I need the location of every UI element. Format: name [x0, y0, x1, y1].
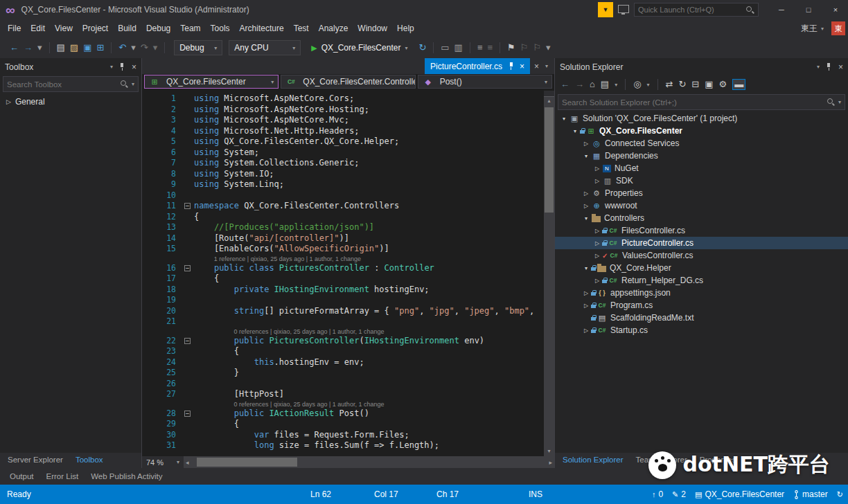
- solution-configurations-dropdown[interactable]: Debug ▾: [174, 40, 222, 55]
- code-line[interactable]: 7using System.Collections.Generic;: [142, 158, 544, 169]
- tab-server-explorer[interactable]: Server Explorer: [1, 453, 69, 468]
- tree-item-controllers[interactable]: ▾Controllers: [555, 212, 848, 224]
- status-refresh[interactable]: ↻: [837, 490, 843, 499]
- code-line[interactable]: 15 [EnableCors("AllowSpecificOrigin")]: [142, 244, 544, 255]
- se-pending-changes-filter-icon[interactable]: ◎: [633, 80, 641, 89]
- notifications-filter-icon[interactable]: ▼: [598, 2, 613, 17]
- code-line[interactable]: 18 private IHostingEnvironment hostingEn…: [142, 285, 544, 296]
- tree-item-properties[interactable]: ▷⚙Properties: [555, 187, 848, 199]
- line-number[interactable]: 30: [142, 430, 184, 441]
- close-button[interactable]: ×: [824, 1, 847, 18]
- tree-item-solution-qx-core-filescenter-1-project[interactable]: ▾▣Solution 'QX_Core.FilesCenter' (1 proj…: [555, 112, 848, 125]
- tree-item-startup-cs[interactable]: ▷C#Startup.cs: [555, 324, 848, 336]
- git-uncommitted-edits[interactable]: ✎ 2: [672, 489, 686, 499]
- undo-caret-icon[interactable]: ▾: [131, 43, 136, 53]
- vertical-scrollbar[interactable]: ▴ ▾: [544, 91, 554, 456]
- redo-icon[interactable]: ↷: [141, 43, 148, 53]
- editor-splitter-handle[interactable]: [544, 91, 554, 97]
- tree-item-qx-core-filescenter[interactable]: ▾⊞QX_Core.FilesCenter: [555, 125, 848, 137]
- tree-item-sdk[interactable]: ▷▥SDK: [555, 174, 848, 187]
- code-line[interactable]: 9using System.Linq;: [142, 179, 544, 190]
- code-line[interactable]: 31 long size = files.Sum(f => f.Length);: [142, 440, 544, 451]
- collapsed-arrow-icon[interactable]: ▷: [592, 278, 602, 284]
- collapsed-arrow-icon[interactable]: ▷: [581, 203, 591, 209]
- code-line[interactable]: 20 string[] pictureFormatArray = { "png"…: [142, 306, 544, 317]
- collapsed-arrow-icon[interactable]: ▷: [592, 165, 602, 172]
- member-dropdown[interactable]: ◆ Post() ▾: [418, 75, 552, 89]
- tab-toolbox[interactable]: Toolbox: [69, 453, 109, 468]
- tree-item-program-cs[interactable]: ▷C#Program.cs: [555, 299, 848, 312]
- close-document-icon[interactable]: ×: [534, 62, 539, 71]
- menu-item-help[interactable]: Help: [392, 21, 419, 36]
- window-menu-caret-icon[interactable]: ▾: [110, 64, 113, 70]
- navigation-caret-icon[interactable]: ▾: [37, 43, 42, 53]
- line-number[interactable]: 7: [142, 158, 184, 169]
- undo-icon[interactable]: ↶: [118, 43, 126, 53]
- line-number[interactable]: 2: [142, 105, 184, 116]
- line-number[interactable]: 20: [142, 306, 184, 317]
- menu-item-debug[interactable]: Debug: [141, 21, 175, 36]
- code-line[interactable]: 26: [142, 379, 544, 390]
- scroll-up-icon[interactable]: ▴: [547, 97, 550, 105]
- maximize-button[interactable]: □: [797, 1, 820, 18]
- new-project-icon[interactable]: ▤: [57, 43, 65, 53]
- menu-item-analyze[interactable]: Analyze: [314, 21, 353, 36]
- navigate-forward-icon[interactable]: →: [24, 43, 33, 53]
- status-line[interactable]: Ln 62: [310, 489, 331, 499]
- tree-item-qx-core-helper[interactable]: ▾QX_Core.Helper: [555, 262, 848, 274]
- se-home-icon[interactable]: ⌂: [590, 80, 595, 89]
- fold-margin[interactable]: −: [184, 408, 194, 420]
- line-number[interactable]: 9: [142, 179, 184, 190]
- se-sync-active-document-icon[interactable]: ⇄: [666, 80, 673, 89]
- open-file-icon[interactable]: ▨: [70, 43, 78, 53]
- code-line[interactable]: 8using System.IO;: [142, 169, 544, 180]
- next-bookmark-icon[interactable]: ⚐: [533, 43, 541, 53]
- menu-item-build[interactable]: Build: [113, 21, 141, 36]
- collapse-box-icon[interactable]: −: [184, 411, 191, 417]
- tree-item-filescontroller-cs[interactable]: ▷C#FilesController.cs: [555, 224, 848, 237]
- menu-item-edit[interactable]: Edit: [26, 21, 50, 36]
- code-line[interactable]: 17 {: [142, 273, 544, 285]
- code-line[interactable]: 1using Microsoft.AspNetCore.Cors;: [142, 93, 544, 105]
- find-in-files-icon[interactable]: ▥: [454, 43, 463, 53]
- code-line[interactable]: 2using Microsoft.AspNetCore.Hosting;: [142, 105, 544, 116]
- line-number[interactable]: 31: [142, 440, 184, 451]
- code-line[interactable]: 16− public class PicturesController : Co…: [142, 263, 544, 274]
- quick-launch-box[interactable]: [634, 3, 759, 17]
- collapsed-arrow-icon[interactable]: ▷: [592, 253, 602, 259]
- fold-margin[interactable]: −: [184, 201, 194, 212]
- collapsed-arrow-icon[interactable]: ▷: [592, 228, 602, 234]
- collapse-arrow-icon[interactable]: ▷: [6, 98, 11, 105]
- git-repository[interactable]: ▤ QX_Core.FilesCenter: [695, 489, 784, 499]
- expanded-arrow-icon[interactable]: ▾: [559, 116, 569, 122]
- toggle-bookmark-icon[interactable]: ⚑: [507, 43, 515, 53]
- close-tab-icon[interactable]: ×: [520, 62, 524, 71]
- line-number[interactable]: 16: [142, 263, 184, 274]
- se-properties-icon[interactable]: ⚙: [719, 80, 727, 89]
- line-number[interactable]: 26: [142, 379, 184, 390]
- menu-item-file[interactable]: File: [3, 21, 26, 36]
- line-number[interactable]: 1: [142, 93, 184, 105]
- line-number[interactable]: 29: [142, 419, 184, 430]
- code-line[interactable]: 10: [142, 190, 544, 201]
- minimize-button[interactable]: ─: [770, 1, 793, 18]
- line-number[interactable]: 17: [142, 273, 184, 285]
- line-number[interactable]: 8: [142, 169, 184, 180]
- menu-item-tools[interactable]: Tools: [206, 21, 235, 36]
- se-switch-views-icon[interactable]: ▤: [601, 80, 609, 89]
- git-branch[interactable]: master: [793, 489, 828, 499]
- type-dropdown[interactable]: C# QX_Core.FilesCenter.Controlle ▾: [281, 75, 415, 89]
- se-back-icon[interactable]: ←: [560, 80, 569, 89]
- code-line[interactable]: 24 this.hostingEnv = env;: [142, 357, 544, 368]
- code-line[interactable]: 3using Microsoft.AspNetCore.Mvc;: [142, 115, 544, 126]
- tab-solution-explorer[interactable]: Solution Explorer: [556, 453, 630, 468]
- toolbox-item-general[interactable]: ▷ General: [0, 94, 141, 109]
- active-files-caret-icon[interactable]: ▾: [545, 63, 548, 69]
- line-number[interactable]: 21: [142, 316, 184, 327]
- code-line[interactable]: 22− public PicturesController(IHostingEn…: [142, 336, 544, 347]
- tab-output[interactable]: Output: [3, 469, 40, 483]
- se-forward-icon[interactable]: →: [575, 80, 584, 89]
- navigate-backward-icon[interactable]: ←: [10, 43, 19, 53]
- scroll-left-icon[interactable]: ◂: [184, 456, 191, 468]
- line-number[interactable]: 6: [142, 147, 184, 159]
